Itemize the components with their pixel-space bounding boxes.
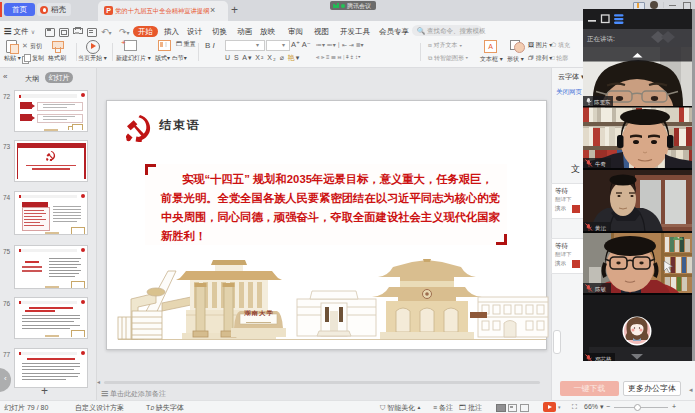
svg-text:陈雯东: 陈雯东 [594,99,611,106]
svg-text:牛奇: 牛奇 [595,161,607,167]
svg-text:黄沄: 黄沄 [595,225,607,232]
svg-text:陈敏: 陈敏 [595,286,607,293]
svg-text:湖南大学: 湖南大学 [243,310,274,318]
svg-text:邓芯格: 邓芯格 [595,356,612,361]
svg-text:正在讲话:: 正在讲话: [587,35,615,43]
